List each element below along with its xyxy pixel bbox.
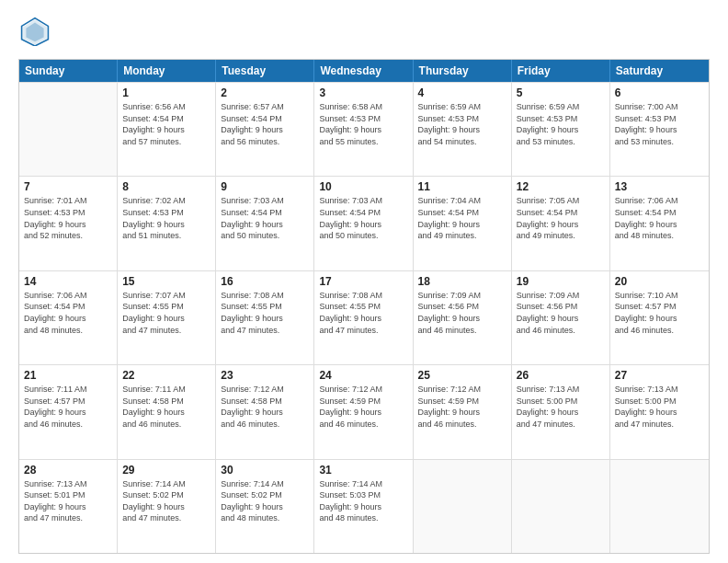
day-number: 27 xyxy=(615,369,704,382)
day-info: Sunrise: 7:13 AM Sunset: 5:00 PM Dayligh… xyxy=(615,384,704,430)
day-info: Sunrise: 7:08 AM Sunset: 4:55 PM Dayligh… xyxy=(319,290,407,336)
day-info: Sunrise: 7:00 AM Sunset: 4:53 PM Dayligh… xyxy=(615,101,704,147)
header-day-sunday: Sunday xyxy=(19,60,118,82)
week-row-1: 1Sunrise: 6:56 AM Sunset: 4:54 PM Daylig… xyxy=(19,82,709,176)
day-info: Sunrise: 7:06 AM Sunset: 4:54 PM Dayligh… xyxy=(24,290,112,336)
day-cell-19: 19Sunrise: 7:09 AM Sunset: 4:56 PM Dayli… xyxy=(512,271,610,364)
header-day-friday: Friday xyxy=(512,60,610,82)
day-info: Sunrise: 7:03 AM Sunset: 4:54 PM Dayligh… xyxy=(221,195,309,241)
day-info: Sunrise: 7:01 AM Sunset: 4:53 PM Dayligh… xyxy=(24,195,112,241)
day-number: 13 xyxy=(615,180,704,193)
day-cell-23: 23Sunrise: 7:12 AM Sunset: 4:58 PM Dayli… xyxy=(216,365,314,458)
week-row-2: 7Sunrise: 7:01 AM Sunset: 4:53 PM Daylig… xyxy=(19,176,709,270)
header-day-saturday: Saturday xyxy=(610,60,709,82)
day-number: 12 xyxy=(517,180,605,193)
day-cell-29: 29Sunrise: 7:14 AM Sunset: 5:02 PM Dayli… xyxy=(118,460,216,553)
day-info: Sunrise: 7:09 AM Sunset: 4:56 PM Dayligh… xyxy=(517,290,605,336)
day-number: 9 xyxy=(221,180,309,193)
empty-cell xyxy=(19,83,118,176)
day-number: 28 xyxy=(24,464,112,477)
day-cell-12: 12Sunrise: 7:05 AM Sunset: 4:54 PM Dayli… xyxy=(512,177,610,270)
logo xyxy=(18,17,50,50)
week-row-3: 14Sunrise: 7:06 AM Sunset: 4:54 PM Dayli… xyxy=(19,270,709,364)
day-number: 5 xyxy=(517,86,605,99)
day-cell-21: 21Sunrise: 7:11 AM Sunset: 4:57 PM Dayli… xyxy=(19,365,118,458)
day-number: 8 xyxy=(122,180,210,193)
day-cell-13: 13Sunrise: 7:06 AM Sunset: 4:54 PM Dayli… xyxy=(610,177,709,270)
day-info: Sunrise: 7:12 AM Sunset: 4:59 PM Dayligh… xyxy=(319,384,407,430)
day-cell-27: 27Sunrise: 7:13 AM Sunset: 5:00 PM Dayli… xyxy=(610,365,709,458)
day-cell-18: 18Sunrise: 7:09 AM Sunset: 4:56 PM Dayli… xyxy=(414,271,512,364)
day-info: Sunrise: 7:03 AM Sunset: 4:54 PM Dayligh… xyxy=(319,195,407,241)
day-info: Sunrise: 6:56 AM Sunset: 4:54 PM Dayligh… xyxy=(122,101,210,147)
empty-cell xyxy=(512,460,610,553)
day-info: Sunrise: 7:05 AM Sunset: 4:54 PM Dayligh… xyxy=(517,195,605,241)
day-number: 3 xyxy=(319,86,407,99)
day-number: 10 xyxy=(319,180,407,193)
day-cell-15: 15Sunrise: 7:07 AM Sunset: 4:55 PM Dayli… xyxy=(118,271,216,364)
day-info: Sunrise: 7:12 AM Sunset: 4:58 PM Dayligh… xyxy=(221,384,309,430)
day-cell-24: 24Sunrise: 7:12 AM Sunset: 4:59 PM Dayli… xyxy=(314,365,413,458)
logo-icon xyxy=(20,17,50,46)
day-info: Sunrise: 6:59 AM Sunset: 4:53 PM Dayligh… xyxy=(517,101,605,147)
day-cell-2: 2Sunrise: 6:57 AM Sunset: 4:54 PM Daylig… xyxy=(216,83,314,176)
day-number: 21 xyxy=(24,369,112,382)
day-number: 24 xyxy=(319,369,407,382)
day-info: Sunrise: 7:10 AM Sunset: 4:57 PM Dayligh… xyxy=(615,290,704,336)
week-row-5: 28Sunrise: 7:13 AM Sunset: 5:01 PM Dayli… xyxy=(19,459,709,553)
day-info: Sunrise: 6:59 AM Sunset: 4:53 PM Dayligh… xyxy=(418,101,506,147)
day-number: 29 xyxy=(122,464,210,477)
page: SundayMondayTuesdayWednesdayThursdayFrid… xyxy=(0,0,728,563)
header-day-wednesday: Wednesday xyxy=(314,60,413,82)
day-info: Sunrise: 7:13 AM Sunset: 5:01 PM Dayligh… xyxy=(24,478,112,524)
day-cell-10: 10Sunrise: 7:03 AM Sunset: 4:54 PM Dayli… xyxy=(314,177,413,270)
day-cell-17: 17Sunrise: 7:08 AM Sunset: 4:55 PM Dayli… xyxy=(314,271,413,364)
day-number: 2 xyxy=(221,86,309,99)
day-cell-28: 28Sunrise: 7:13 AM Sunset: 5:01 PM Dayli… xyxy=(19,460,118,553)
day-cell-11: 11Sunrise: 7:04 AM Sunset: 4:54 PM Dayli… xyxy=(414,177,512,270)
day-number: 30 xyxy=(221,464,309,477)
day-cell-16: 16Sunrise: 7:08 AM Sunset: 4:55 PM Dayli… xyxy=(216,271,314,364)
day-info: Sunrise: 7:11 AM Sunset: 4:57 PM Dayligh… xyxy=(24,384,112,430)
header xyxy=(18,17,710,50)
day-info: Sunrise: 7:14 AM Sunset: 5:02 PM Dayligh… xyxy=(221,478,309,524)
day-number: 1 xyxy=(122,86,210,99)
day-cell-20: 20Sunrise: 7:10 AM Sunset: 4:57 PM Dayli… xyxy=(610,271,709,364)
day-number: 7 xyxy=(24,180,112,193)
calendar-body: 1Sunrise: 6:56 AM Sunset: 4:54 PM Daylig… xyxy=(19,82,709,553)
day-info: Sunrise: 7:11 AM Sunset: 4:58 PM Dayligh… xyxy=(122,384,210,430)
day-info: Sunrise: 7:09 AM Sunset: 4:56 PM Dayligh… xyxy=(418,290,506,336)
day-info: Sunrise: 7:14 AM Sunset: 5:02 PM Dayligh… xyxy=(122,478,210,524)
header-day-tuesday: Tuesday xyxy=(216,60,314,82)
day-number: 20 xyxy=(615,275,704,288)
day-number: 23 xyxy=(221,369,309,382)
day-cell-22: 22Sunrise: 7:11 AM Sunset: 4:58 PM Dayli… xyxy=(118,365,216,458)
day-cell-26: 26Sunrise: 7:13 AM Sunset: 5:00 PM Dayli… xyxy=(512,365,610,458)
day-number: 17 xyxy=(319,275,407,288)
day-cell-1: 1Sunrise: 6:56 AM Sunset: 4:54 PM Daylig… xyxy=(118,83,216,176)
day-number: 6 xyxy=(615,86,704,99)
day-cell-5: 5Sunrise: 6:59 AM Sunset: 4:53 PM Daylig… xyxy=(512,83,610,176)
day-info: Sunrise: 7:04 AM Sunset: 4:54 PM Dayligh… xyxy=(418,195,506,241)
calendar-header: SundayMondayTuesdayWednesdayThursdayFrid… xyxy=(19,60,709,82)
day-cell-30: 30Sunrise: 7:14 AM Sunset: 5:02 PM Dayli… xyxy=(216,460,314,553)
day-number: 15 xyxy=(122,275,210,288)
day-cell-9: 9Sunrise: 7:03 AM Sunset: 4:54 PM Daylig… xyxy=(216,177,314,270)
empty-cell xyxy=(414,460,512,553)
day-number: 18 xyxy=(418,275,506,288)
day-info: Sunrise: 7:14 AM Sunset: 5:03 PM Dayligh… xyxy=(319,478,407,524)
header-day-thursday: Thursday xyxy=(414,60,512,82)
empty-cell xyxy=(610,460,709,553)
day-cell-7: 7Sunrise: 7:01 AM Sunset: 4:53 PM Daylig… xyxy=(19,177,118,270)
week-row-4: 21Sunrise: 7:11 AM Sunset: 4:57 PM Dayli… xyxy=(19,364,709,458)
day-info: Sunrise: 7:08 AM Sunset: 4:55 PM Dayligh… xyxy=(221,290,309,336)
day-number: 4 xyxy=(418,86,506,99)
day-number: 16 xyxy=(221,275,309,288)
day-info: Sunrise: 7:13 AM Sunset: 5:00 PM Dayligh… xyxy=(517,384,605,430)
day-number: 11 xyxy=(418,180,506,193)
day-info: Sunrise: 7:12 AM Sunset: 4:59 PM Dayligh… xyxy=(418,384,506,430)
day-number: 19 xyxy=(517,275,605,288)
day-cell-4: 4Sunrise: 6:59 AM Sunset: 4:53 PM Daylig… xyxy=(414,83,512,176)
day-number: 25 xyxy=(418,369,506,382)
day-cell-14: 14Sunrise: 7:06 AM Sunset: 4:54 PM Dayli… xyxy=(19,271,118,364)
